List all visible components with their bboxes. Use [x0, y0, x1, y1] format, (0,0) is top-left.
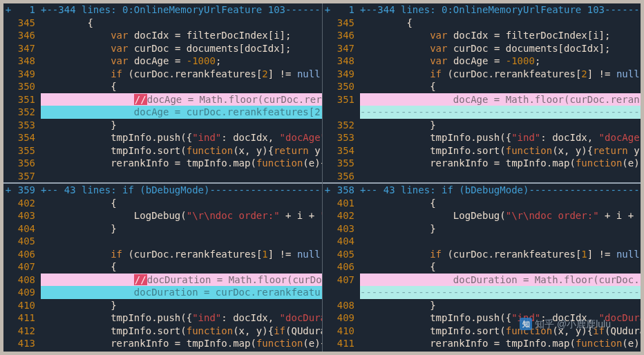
sign-column [3, 42, 13, 55]
fold-toggle-icon[interactable]: + [323, 3, 332, 17]
sign-column [3, 106, 13, 119]
code-line[interactable]: 356 rerankInfo = tmpInfo.map(function(e)… [3, 157, 322, 170]
code-line[interactable]: 409 tmpInfo.push({"ind": docIdx, "docDur… [323, 311, 641, 325]
code-line[interactable]: 403 } [323, 222, 641, 236]
code-line[interactable]: ----------------------------------------… [323, 106, 641, 119]
code-line[interactable]: 411 tmpInfo.push({"ind": docIdx, "docDur… [3, 311, 322, 325]
code-line[interactable]: 351 //docAge = Math.floor(curDoc.rerankf… [3, 93, 322, 106]
sign-column [3, 131, 13, 144]
code-line[interactable]: 356 [323, 170, 641, 183]
sign-column [323, 311, 332, 325]
right-pane[interactable]: +1+--344 lines: 0:OnlineMemoryUrlFeature… [322, 3, 641, 352]
code-line[interactable]: 349 if (curDoc.rerankfeatures[2] != null… [3, 68, 322, 81]
code-line[interactable]: 347 var curDoc = documents[docIdx]; [323, 42, 641, 55]
code-line[interactable]: 348 var docAge = -1000; [323, 55, 641, 68]
line-number: 1 [332, 3, 360, 17]
code-line[interactable]: 354 tmpInfo.sort(function(x, y){return y… [323, 144, 641, 157]
code-line[interactable]: 346 var docIdx = filterDocIndex[i]; [323, 29, 641, 42]
code-line[interactable]: 409 docDuration = curDoc.rerankfeatures[… [3, 286, 322, 299]
fold-line[interactable]: +358+-- 43 lines: if (bDebugMode)-------… [323, 184, 641, 197]
code-line[interactable]: 414 [3, 350, 322, 352]
sign-column [3, 197, 13, 210]
code-line[interactable]: 406 { [323, 260, 641, 274]
code-content: var docAge = -1000; [41, 55, 322, 68]
code-line[interactable]: 353 tmpInfo.push({"ind": docIdx, "docAge… [323, 131, 641, 144]
code-line[interactable]: 350 { [3, 80, 322, 93]
code-line[interactable]: 345 { [3, 17, 322, 30]
code-line[interactable]: 404 } [3, 222, 322, 236]
sign-column [323, 197, 332, 210]
code-line[interactable]: 410 } [3, 299, 322, 312]
line-number: 408 [13, 274, 41, 287]
code-line[interactable]: 408 } [323, 299, 641, 312]
fold-summary: +--344 lines: 0:OnlineMemoryUrlFeature 1… [360, 3, 641, 17]
line-number: 409 [332, 311, 360, 325]
line-number: 346 [332, 29, 360, 42]
fold-line[interactable]: +1+--344 lines: 0:OnlineMemoryUrlFeature… [3, 3, 322, 17]
sign-column [323, 235, 332, 248]
fold-line[interactable]: +359+-- 43 lines: if (bDebugMode)-------… [3, 184, 322, 197]
code-line[interactable]: 412 [323, 350, 641, 352]
code-line[interactable]: 401 { [323, 197, 641, 210]
code-content: tmpInfo.push({"ind": docIdx, "docDuratio… [360, 311, 641, 325]
code-line[interactable]: 407 docDuration = Math.floor(curDoc.rera… [323, 274, 641, 287]
code-line[interactable]: 411 rerankInfo = tmpInfo.map(function(e)… [323, 337, 641, 350]
code-content: rerankInfo = tmpInfo.map(function(e){ret… [360, 157, 641, 170]
code-line[interactable]: 357 [3, 170, 322, 183]
code-content: tmpInfo.sort(function(x, y){return y.doc… [360, 144, 641, 157]
fold-line[interactable]: +1+--344 lines: 0:OnlineMemoryUrlFeature… [323, 3, 641, 17]
code-line[interactable]: 347 var curDoc = documents[docIdx]; [3, 42, 322, 55]
code-content: rerankInfo = tmpInfo.map(function(e){ret… [41, 337, 322, 350]
code-line[interactable]: 355 rerankInfo = tmpInfo.map(function(e)… [323, 157, 641, 170]
code-line[interactable]: 402 { [3, 197, 322, 210]
line-number: 413 [13, 337, 41, 350]
sign-column [3, 337, 13, 350]
code-line[interactable]: 408 //docDuration = Math.floor(curDoc.re… [3, 274, 322, 287]
code-content: } [360, 299, 641, 312]
code-line[interactable]: 410 tmpInfo.sort(function(x, y){if(QUdur… [323, 325, 641, 338]
code-line[interactable]: 350 { [323, 80, 641, 93]
line-number: 349 [13, 68, 41, 81]
code-content: var curDoc = documents[docIdx]; [41, 42, 322, 55]
code-content: if (curDoc.rerankfeatures[1] != null && … [41, 248, 322, 261]
sign-column [3, 325, 13, 338]
code-line[interactable]: 351 docAge = Math.floor(curDoc.rerankfea… [323, 93, 641, 106]
code-line[interactable]: 412 tmpInfo.sort(function(x, y){if(QUdur… [3, 325, 322, 338]
sign-column [323, 144, 332, 157]
line-number: 411 [13, 311, 41, 325]
code-line[interactable]: 405 if (curDoc.rerankfeatures[1] != null… [323, 248, 641, 261]
fold-toggle-icon[interactable]: + [323, 184, 332, 197]
code-line[interactable]: 405 [3, 235, 322, 248]
code-line[interactable]: 404 [323, 235, 641, 248]
sign-column [323, 209, 332, 222]
line-number: 409 [13, 286, 41, 299]
code-line[interactable]: 352 docAge = curDoc.rerankfeatures[2]; [3, 106, 322, 119]
line-number: 407 [13, 260, 41, 274]
code-line[interactable]: 348 var docAge = -1000; [3, 55, 322, 68]
code-line[interactable]: ----------------------------------------… [323, 286, 641, 299]
code-line[interactable]: 353 } [3, 119, 322, 132]
code-line[interactable]: 402 LogDebug("\r\ndoc order:" + i + ";do… [323, 209, 641, 222]
code-line[interactable]: 406 if (curDoc.rerankfeatures[1] != null… [3, 248, 322, 261]
sign-column [323, 119, 332, 132]
code-content: var docIdx = filterDocIndex[i]; [360, 29, 641, 42]
code-line[interactable]: 354 tmpInfo.push({"ind": docIdx, "docAge… [3, 131, 322, 144]
sign-column [3, 144, 13, 157]
code-line[interactable]: 407 { [3, 260, 322, 274]
code-line[interactable]: 355 tmpInfo.sort(function(x, y){return y… [3, 144, 322, 157]
line-number: 403 [13, 209, 41, 222]
code-line[interactable]: 352 } [323, 119, 641, 132]
code-line[interactable]: 403 LogDebug("\r\ndoc order:" + i + ";do… [3, 209, 322, 222]
fold-toggle-icon[interactable]: + [3, 184, 13, 197]
line-number: 405 [332, 248, 360, 261]
code-line[interactable]: 346 var docIdx = filterDocIndex[i]; [3, 29, 322, 42]
code-content: var docIdx = filterDocIndex[i]; [41, 29, 322, 42]
code-line[interactable]: 413 rerankInfo = tmpInfo.map(function(e)… [3, 337, 322, 350]
line-number: 408 [332, 299, 360, 312]
code-line[interactable]: 349 if (curDoc.rerankfeatures[2] != null… [323, 68, 641, 81]
code-content: tmpInfo.sort(function(x, y){if(QUduratio… [360, 325, 641, 338]
fold-toggle-icon[interactable]: + [3, 3, 13, 17]
line-number: 405 [13, 235, 41, 248]
code-line[interactable]: 345 { [323, 17, 641, 30]
left-pane[interactable]: +1+--344 lines: 0:OnlineMemoryUrlFeature… [3, 3, 322, 352]
